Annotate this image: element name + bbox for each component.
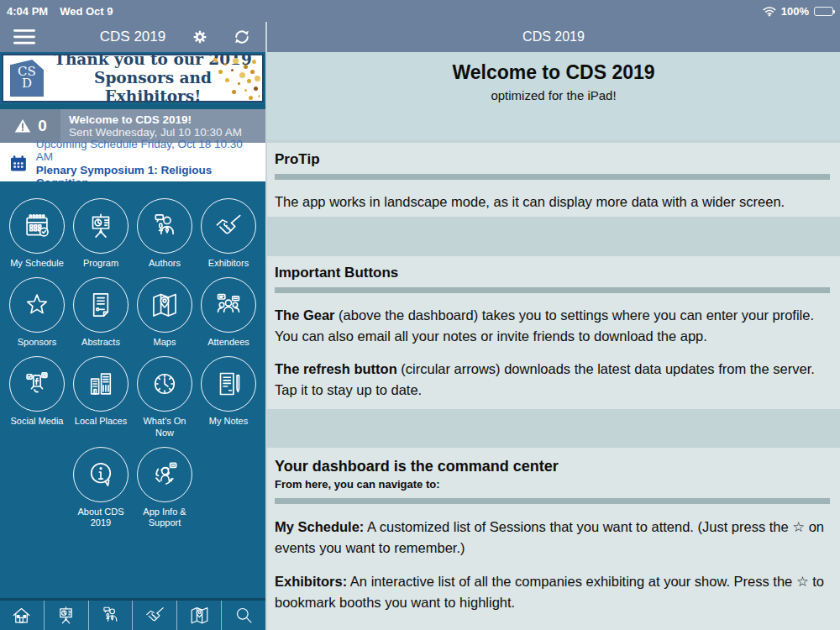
- status-bar: 4:04 PM Wed Oct 9 100%: [0, 0, 840, 22]
- tile-program[interactable]: Program: [69, 198, 133, 269]
- refresh-icon: [232, 27, 252, 47]
- alert-title: Welcome to CDS 2019!: [69, 113, 257, 126]
- warning-icon: [13, 117, 32, 135]
- protip-paragraph: The app works in landscape mode, as it c…: [275, 192, 830, 213]
- star-icon: [9, 277, 65, 333]
- calendar-check-icon: [9, 198, 65, 254]
- section-heading-dashboard: Your dashboard is the command center: [275, 458, 830, 475]
- handshake-icon: [201, 198, 256, 254]
- page-title: Welcome to CDS 2019: [267, 61, 840, 84]
- hamburger-icon: [13, 29, 35, 45]
- settings-button[interactable]: [186, 24, 213, 50]
- page-subtitle: optimized for the iPad!: [267, 88, 840, 102]
- tile-my-schedule[interactable]: My Schedule: [5, 198, 69, 269]
- section-heading-important-buttons: Important Buttons: [275, 265, 830, 281]
- speaker-podium-icon: [99, 604, 122, 627]
- section-spacer: [267, 409, 840, 448]
- dashboard-info-section: Your dashboard is the command center Fro…: [267, 448, 840, 630]
- tile-social-media[interactable]: Social Media: [5, 356, 69, 438]
- my-schedule-paragraph: My Schedule: A customized list of Sessio…: [275, 517, 830, 559]
- status-time: 4:04 PM: [7, 5, 48, 18]
- tile-whats-on-now[interactable]: What's On Now: [133, 356, 197, 438]
- content-area: Welcome to CDS 2019 optimized for the iP…: [267, 52, 840, 630]
- tile-my-notes[interactable]: My Notes: [197, 356, 260, 438]
- bottom-toolbar: [0, 598, 265, 630]
- cds-logo: CS D: [10, 60, 44, 97]
- banner-text: Thank you to our 2019 Sponsors and Exhib…: [44, 54, 262, 102]
- battery-icon: [814, 7, 833, 16]
- alert-count: 0: [38, 117, 47, 135]
- speaker-podium-icon: [137, 198, 192, 254]
- left-nav-title: CDS 2019: [0, 29, 265, 45]
- confetti-decoration: [207, 57, 210, 60]
- section-divider: [275, 287, 830, 293]
- left-panel: CDS 2019 CS D Thank you to our 2: [0, 22, 265, 630]
- tile-maps[interactable]: Maps: [133, 277, 197, 348]
- section-heading-protip: ProTip: [275, 151, 830, 168]
- sponsor-banner[interactable]: CS D Thank you to our 2019 Sponsors and …: [2, 54, 264, 102]
- right-nav-bar: CDS 2019: [267, 22, 840, 52]
- people-chat-icon: [201, 277, 256, 333]
- section-spacer: [267, 217, 840, 256]
- status-date: Wed Oct 9: [60, 5, 113, 18]
- section-divider: [275, 174, 830, 180]
- right-nav-title: CDS 2019: [522, 29, 585, 45]
- tile-app-info-support[interactable]: App Info & Support: [133, 447, 197, 528]
- toolbar-maps-button[interactable]: [177, 601, 222, 630]
- toolbar-program-button[interactable]: [45, 601, 89, 630]
- tile-exhibitors[interactable]: Exhibitors: [197, 198, 260, 269]
- gear-icon: [190, 27, 210, 47]
- menu-button[interactable]: [10, 26, 39, 48]
- tile-about-cds[interactable]: About CDS 2019: [69, 447, 133, 528]
- toolbar-home-button[interactable]: [0, 601, 45, 630]
- left-nav-bar: CDS 2019: [0, 22, 265, 52]
- exhibitors-paragraph: Exhibitors: An interactive list of all t…: [275, 571, 830, 613]
- map-pin-icon: [137, 277, 192, 333]
- logo-text-bottom: D: [10, 77, 44, 89]
- app-window: 4:04 PM Wed Oct 9 100% CDS 2019: [0, 0, 840, 630]
- refresh-button[interactable]: [228, 24, 255, 50]
- map-pin-icon: [188, 604, 211, 627]
- search-icon: [233, 604, 255, 627]
- home-icon: [10, 604, 33, 627]
- protip-section: ProTip The app works in landscape mode, …: [267, 143, 840, 217]
- dashboard-grid: My Schedule Program Authors Exhibitors: [0, 181, 265, 598]
- buildings-icon: [73, 356, 129, 412]
- phone-social-icon: [9, 356, 65, 412]
- wifi-icon: [763, 6, 776, 17]
- gear-paragraph: The Gear (above the dashboard) takes you…: [275, 305, 830, 347]
- upcoming-schedule-row[interactable]: Upcoming Schedule Friday, Oct 18 10:30 A…: [0, 143, 265, 181]
- presentation-chart-icon: [73, 198, 129, 254]
- handshake-icon: [144, 604, 166, 627]
- notes-pen-icon: [201, 356, 256, 412]
- right-panel: CDS 2019 Welcome to CDS 2019 optimized f…: [265, 22, 840, 630]
- calendar-icon: [8, 153, 29, 174]
- tile-abstracts[interactable]: Abstracts: [69, 277, 133, 348]
- tile-authors[interactable]: Authors: [133, 198, 197, 269]
- section-divider: [275, 498, 830, 504]
- info-bubble-icon: [73, 447, 129, 502]
- upcoming-schedule-time: Upcoming Schedule Friday, Oct 18 10:30 A…: [36, 138, 257, 163]
- section-subheading-dashboard: From here, you can navigate to:: [275, 478, 830, 491]
- tile-sponsors[interactable]: Sponsors: [5, 277, 69, 348]
- support-agent-icon: [137, 447, 192, 502]
- tile-attendees[interactable]: Attendees: [197, 277, 260, 348]
- presentation-chart-icon: [55, 604, 77, 627]
- battery-percent: 100%: [781, 5, 809, 18]
- document-icon: [73, 277, 129, 333]
- important-buttons-section: Important Buttons The Gear (above the da…: [267, 256, 840, 409]
- welcome-section: Welcome to CDS 2019 optimized for the iP…: [267, 52, 840, 139]
- toolbar-exhibitors-button[interactable]: [133, 601, 177, 630]
- refresh-paragraph: The refresh button (circular arrows) dow…: [275, 359, 830, 401]
- tile-local-places[interactable]: Local Places: [69, 356, 133, 438]
- clock-icon: [137, 356, 192, 412]
- toolbar-authors-button[interactable]: [89, 601, 134, 630]
- toolbar-search-button[interactable]: [222, 601, 265, 630]
